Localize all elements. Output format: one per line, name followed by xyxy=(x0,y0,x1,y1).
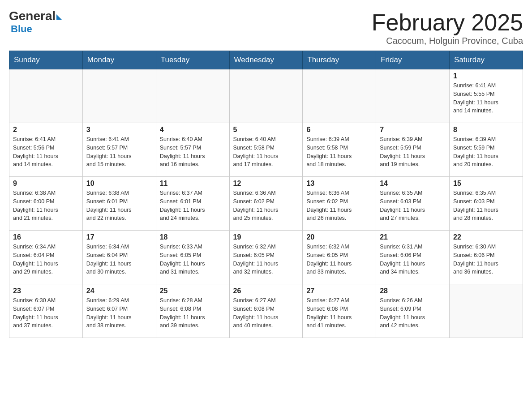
day-number: 23 xyxy=(13,287,79,295)
logo-general-text: General xyxy=(9,9,56,23)
calendar-cell: 1Sunrise: 6:41 AM Sunset: 5:55 PM Daylig… xyxy=(450,69,523,123)
calendar-cell: 21Sunrise: 6:31 AM Sunset: 6:06 PM Dayli… xyxy=(376,231,450,284)
column-header-wednesday: Wednesday xyxy=(229,51,303,69)
day-info: Sunrise: 6:41 AM Sunset: 5:57 PM Dayligh… xyxy=(86,135,152,169)
day-info: Sunrise: 6:34 AM Sunset: 6:04 PM Dayligh… xyxy=(13,243,79,276)
day-info: Sunrise: 6:38 AM Sunset: 6:00 PM Dayligh… xyxy=(13,189,79,223)
calendar-header-row: SundayMondayTuesdayWednesdayThursdayFrid… xyxy=(9,51,523,69)
day-number: 12 xyxy=(233,180,299,188)
calendar-cell: 10Sunrise: 6:38 AM Sunset: 6:01 PM Dayli… xyxy=(82,177,156,231)
day-number: 26 xyxy=(233,287,299,295)
day-number: 17 xyxy=(86,233,152,241)
day-info: Sunrise: 6:41 AM Sunset: 5:55 PM Dayligh… xyxy=(453,81,519,115)
calendar-cell: 26Sunrise: 6:27 AM Sunset: 6:08 PM Dayli… xyxy=(229,284,303,338)
day-info: Sunrise: 6:39 AM Sunset: 5:59 PM Dayligh… xyxy=(380,135,446,169)
title-section: February 2025 Cacocum, Holguin Province,… xyxy=(372,9,523,46)
calendar-cell xyxy=(229,69,303,123)
calendar-cell: 2Sunrise: 6:41 AM Sunset: 5:56 PM Daylig… xyxy=(9,123,83,177)
calendar-cell xyxy=(376,69,450,123)
day-info: Sunrise: 6:32 AM Sunset: 6:05 PM Dayligh… xyxy=(306,243,372,276)
column-header-sunday: Sunday xyxy=(9,51,83,69)
calendar-cell: 14Sunrise: 6:35 AM Sunset: 6:03 PM Dayli… xyxy=(376,177,450,231)
day-info: Sunrise: 6:39 AM Sunset: 5:59 PM Dayligh… xyxy=(453,135,519,169)
column-header-thursday: Thursday xyxy=(303,51,376,69)
day-info: Sunrise: 6:31 AM Sunset: 6:06 PM Dayligh… xyxy=(380,243,446,276)
calendar-cell: 11Sunrise: 6:37 AM Sunset: 6:01 PM Dayli… xyxy=(156,177,229,231)
day-info: Sunrise: 6:30 AM Sunset: 6:07 PM Dayligh… xyxy=(13,296,79,330)
day-info: Sunrise: 6:29 AM Sunset: 6:07 PM Dayligh… xyxy=(86,296,152,330)
day-info: Sunrise: 6:39 AM Sunset: 5:58 PM Dayligh… xyxy=(306,135,372,169)
calendar-cell: 4Sunrise: 6:40 AM Sunset: 5:57 PM Daylig… xyxy=(156,123,229,177)
calendar-cell: 7Sunrise: 6:39 AM Sunset: 5:59 PM Daylig… xyxy=(376,123,450,177)
calendar-cell: 12Sunrise: 6:36 AM Sunset: 6:02 PM Dayli… xyxy=(229,177,303,231)
week-row-5: 23Sunrise: 6:30 AM Sunset: 6:07 PM Dayli… xyxy=(9,284,523,338)
day-number: 21 xyxy=(380,233,446,241)
day-number: 16 xyxy=(13,233,79,241)
day-number: 4 xyxy=(160,126,226,134)
column-header-tuesday: Tuesday xyxy=(156,51,229,69)
calendar-cell: 28Sunrise: 6:26 AM Sunset: 6:09 PM Dayli… xyxy=(376,284,450,338)
calendar-cell: 27Sunrise: 6:27 AM Sunset: 6:08 PM Dayli… xyxy=(303,284,376,338)
day-info: Sunrise: 6:38 AM Sunset: 6:01 PM Dayligh… xyxy=(86,189,152,223)
calendar-table: SundayMondayTuesdayWednesdayThursdayFrid… xyxy=(9,51,523,338)
day-info: Sunrise: 6:40 AM Sunset: 5:58 PM Dayligh… xyxy=(233,135,299,169)
location-subtitle: Cacocum, Holguin Province, Cuba xyxy=(372,36,523,46)
calendar-cell: 13Sunrise: 6:36 AM Sunset: 6:02 PM Dayli… xyxy=(303,177,376,231)
day-info: Sunrise: 6:32 AM Sunset: 6:05 PM Dayligh… xyxy=(233,243,299,276)
logo: General Blue xyxy=(9,9,62,35)
day-info: Sunrise: 6:40 AM Sunset: 5:57 PM Dayligh… xyxy=(160,135,226,169)
day-info: Sunrise: 6:26 AM Sunset: 6:09 PM Dayligh… xyxy=(380,296,446,330)
day-info: Sunrise: 6:36 AM Sunset: 6:02 PM Dayligh… xyxy=(306,189,372,223)
day-number: 24 xyxy=(86,287,152,295)
day-info: Sunrise: 6:41 AM Sunset: 5:56 PM Dayligh… xyxy=(13,135,79,169)
day-number: 20 xyxy=(306,233,372,241)
day-info: Sunrise: 6:27 AM Sunset: 6:08 PM Dayligh… xyxy=(306,296,372,330)
day-number: 27 xyxy=(306,287,372,295)
calendar-cell xyxy=(9,69,83,123)
calendar-cell: 23Sunrise: 6:30 AM Sunset: 6:07 PM Dayli… xyxy=(9,284,83,338)
column-header-saturday: Saturday xyxy=(450,51,523,69)
day-number: 3 xyxy=(86,126,152,134)
day-number: 15 xyxy=(453,180,519,188)
calendar-cell xyxy=(82,69,156,123)
day-number: 19 xyxy=(233,233,299,241)
calendar-cell: 17Sunrise: 6:34 AM Sunset: 6:04 PM Dayli… xyxy=(82,231,156,284)
calendar-cell: 24Sunrise: 6:29 AM Sunset: 6:07 PM Dayli… xyxy=(82,284,156,338)
day-info: Sunrise: 6:37 AM Sunset: 6:01 PM Dayligh… xyxy=(160,189,226,223)
day-info: Sunrise: 6:30 AM Sunset: 6:06 PM Dayligh… xyxy=(453,243,519,276)
calendar-cell: 16Sunrise: 6:34 AM Sunset: 6:04 PM Dayli… xyxy=(9,231,83,284)
calendar-cell: 22Sunrise: 6:30 AM Sunset: 6:06 PM Dayli… xyxy=(450,231,523,284)
day-number: 2 xyxy=(13,126,79,134)
calendar-cell: 8Sunrise: 6:39 AM Sunset: 5:59 PM Daylig… xyxy=(450,123,523,177)
week-row-1: 1Sunrise: 6:41 AM Sunset: 5:55 PM Daylig… xyxy=(9,69,523,123)
calendar-cell: 20Sunrise: 6:32 AM Sunset: 6:05 PM Dayli… xyxy=(303,231,376,284)
calendar-cell xyxy=(156,69,229,123)
calendar-cell: 15Sunrise: 6:35 AM Sunset: 6:03 PM Dayli… xyxy=(450,177,523,231)
calendar-cell: 25Sunrise: 6:28 AM Sunset: 6:08 PM Dayli… xyxy=(156,284,229,338)
week-row-2: 2Sunrise: 6:41 AM Sunset: 5:56 PM Daylig… xyxy=(9,123,523,177)
week-row-3: 9Sunrise: 6:38 AM Sunset: 6:00 PM Daylig… xyxy=(9,177,523,231)
day-number: 8 xyxy=(453,126,519,134)
logo-triangle-icon xyxy=(56,14,62,20)
page-header: General Blue February 2025 Cacocum, Holg… xyxy=(9,9,523,46)
calendar-cell xyxy=(450,284,523,338)
day-info: Sunrise: 6:34 AM Sunset: 6:04 PM Dayligh… xyxy=(86,243,152,276)
day-info: Sunrise: 6:36 AM Sunset: 6:02 PM Dayligh… xyxy=(233,189,299,223)
column-header-monday: Monday xyxy=(82,51,156,69)
calendar-cell: 9Sunrise: 6:38 AM Sunset: 6:00 PM Daylig… xyxy=(9,177,83,231)
day-number: 25 xyxy=(160,287,226,295)
calendar-cell: 19Sunrise: 6:32 AM Sunset: 6:05 PM Dayli… xyxy=(229,231,303,284)
day-number: 1 xyxy=(453,72,519,80)
week-row-4: 16Sunrise: 6:34 AM Sunset: 6:04 PM Dayli… xyxy=(9,231,523,284)
calendar-cell: 18Sunrise: 6:33 AM Sunset: 6:05 PM Dayli… xyxy=(156,231,229,284)
day-number: 5 xyxy=(233,126,299,134)
column-header-friday: Friday xyxy=(376,51,450,69)
calendar-cell: 3Sunrise: 6:41 AM Sunset: 5:57 PM Daylig… xyxy=(82,123,156,177)
day-number: 7 xyxy=(380,126,446,134)
day-number: 9 xyxy=(13,180,79,188)
logo-blue-text: Blue xyxy=(11,23,32,35)
day-number: 14 xyxy=(380,180,446,188)
day-number: 13 xyxy=(306,180,372,188)
day-number: 10 xyxy=(86,180,152,188)
calendar-cell xyxy=(303,69,376,123)
